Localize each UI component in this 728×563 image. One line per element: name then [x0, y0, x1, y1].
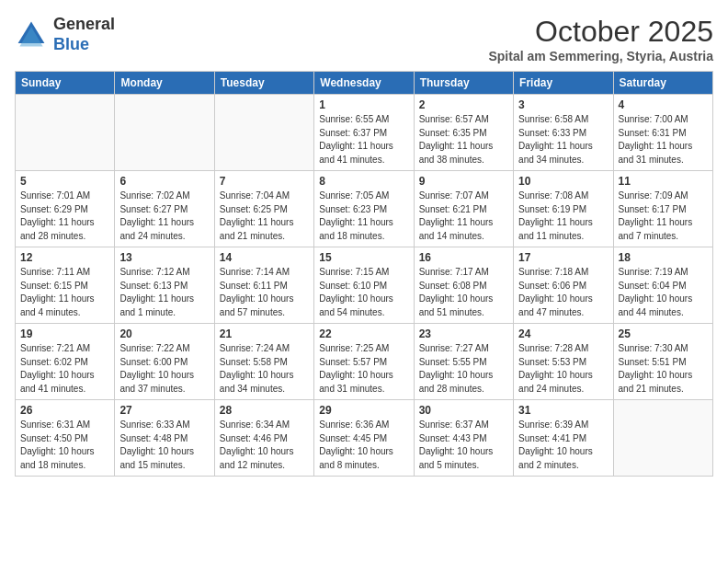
calendar-cell: 6Sunrise: 7:02 AMSunset: 6:27 PMDaylight… — [115, 171, 214, 247]
day-number: 8 — [319, 175, 408, 188]
calendar-cell: 14Sunrise: 7:14 AMSunset: 6:11 PMDayligh… — [214, 247, 313, 324]
day-info: Sunrise: 7:02 AMSunset: 6:27 PMDaylight:… — [119, 190, 209, 243]
day-info: Sunrise: 7:09 AMSunset: 6:17 PMDaylight:… — [619, 190, 708, 243]
day-number: 4 — [619, 98, 708, 111]
day-info: Sunrise: 7:24 AMSunset: 5:58 PMDaylight:… — [220, 342, 309, 396]
day-info: Sunrise: 7:11 AMSunset: 6:15 PMDaylight:… — [20, 266, 109, 319]
day-info: Sunrise: 7:00 AMSunset: 6:31 PMDaylight:… — [619, 113, 708, 167]
calendar-cell: 7Sunrise: 7:04 AMSunset: 6:25 PMDaylight… — [214, 171, 313, 247]
calendar-cell: 8Sunrise: 7:05 AMSunset: 6:23 PMDaylight… — [314, 171, 414, 247]
day-number: 22 — [319, 327, 408, 340]
day-number: 27 — [119, 404, 209, 417]
day-number: 12 — [20, 251, 109, 264]
calendar-cell — [16, 95, 115, 171]
calendar-cell: 23Sunrise: 7:27 AMSunset: 5:55 PMDayligh… — [414, 324, 513, 400]
days-of-week-row: SundayMondayTuesdayWednesdayThursdayFrid… — [16, 72, 713, 95]
calendar-week-row: 1Sunrise: 6:55 AMSunset: 6:37 PMDaylight… — [16, 95, 713, 171]
day-number: 19 — [20, 327, 109, 340]
day-info: Sunrise: 6:39 AMSunset: 4:41 PMDaylight:… — [518, 419, 608, 472]
calendar-cell — [613, 400, 712, 477]
day-number: 30 — [419, 404, 508, 417]
day-number: 2 — [419, 98, 508, 111]
calendar-cell: 16Sunrise: 7:17 AMSunset: 6:08 PMDayligh… — [414, 247, 513, 324]
calendar-cell: 2Sunrise: 6:57 AMSunset: 6:35 PMDaylight… — [414, 95, 513, 171]
day-number: 29 — [319, 404, 408, 417]
day-number: 15 — [319, 251, 408, 264]
calendar-cell: 12Sunrise: 7:11 AMSunset: 6:15 PMDayligh… — [16, 247, 115, 324]
calendar-table: SundayMondayTuesdayWednesdayThursdayFrid… — [15, 71, 713, 477]
day-info: Sunrise: 7:14 AMSunset: 6:11 PMDaylight:… — [220, 266, 309, 319]
dow-header: Sunday — [16, 72, 115, 95]
day-info: Sunrise: 6:33 AMSunset: 4:48 PMDaylight:… — [119, 419, 209, 472]
calendar-cell: 19Sunrise: 7:21 AMSunset: 6:02 PMDayligh… — [16, 324, 115, 400]
calendar-cell: 11Sunrise: 7:09 AMSunset: 6:17 PMDayligh… — [613, 171, 712, 247]
month-title: October 2025 — [488, 15, 713, 49]
day-info: Sunrise: 7:01 AMSunset: 6:29 PMDaylight:… — [20, 190, 109, 243]
day-number: 7 — [220, 175, 309, 188]
day-number: 17 — [518, 251, 608, 264]
day-number: 13 — [119, 251, 209, 264]
day-number: 31 — [518, 404, 608, 417]
day-info: Sunrise: 7:12 AMSunset: 6:13 PMDaylight:… — [119, 266, 209, 319]
calendar-cell: 20Sunrise: 7:22 AMSunset: 6:00 PMDayligh… — [115, 324, 214, 400]
day-info: Sunrise: 7:19 AMSunset: 6:04 PMDaylight:… — [619, 266, 708, 319]
logo-text: General Blue — [53, 15, 115, 54]
day-info: Sunrise: 6:55 AMSunset: 6:37 PMDaylight:… — [319, 113, 408, 167]
title-block: October 2025 Spital am Semmering, Styria… — [488, 15, 713, 63]
day-number: 24 — [518, 327, 608, 340]
calendar-cell: 27Sunrise: 6:33 AMSunset: 4:48 PMDayligh… — [115, 400, 214, 477]
day-info: Sunrise: 7:25 AMSunset: 5:57 PMDaylight:… — [319, 342, 408, 396]
day-info: Sunrise: 7:21 AMSunset: 6:02 PMDaylight:… — [20, 342, 109, 396]
day-info: Sunrise: 7:07 AMSunset: 6:21 PMDaylight:… — [419, 190, 508, 243]
day-number: 3 — [518, 98, 608, 111]
calendar-cell — [115, 95, 214, 171]
calendar-week-row: 19Sunrise: 7:21 AMSunset: 6:02 PMDayligh… — [16, 324, 713, 400]
page-header: General Blue October 2025 Spital am Semm… — [15, 15, 713, 63]
day-info: Sunrise: 7:04 AMSunset: 6:25 PMDaylight:… — [220, 190, 309, 243]
day-info: Sunrise: 7:08 AMSunset: 6:19 PMDaylight:… — [518, 190, 608, 243]
calendar-cell: 3Sunrise: 6:58 AMSunset: 6:33 PMDaylight… — [514, 95, 613, 171]
day-info: Sunrise: 6:37 AMSunset: 4:43 PMDaylight:… — [419, 419, 508, 472]
calendar-cell: 15Sunrise: 7:15 AMSunset: 6:10 PMDayligh… — [314, 247, 414, 324]
dow-header: Saturday — [613, 72, 712, 95]
day-number: 9 — [419, 175, 508, 188]
day-number: 21 — [220, 327, 309, 340]
day-number: 16 — [419, 251, 508, 264]
day-number: 10 — [518, 175, 608, 188]
calendar-cell: 22Sunrise: 7:25 AMSunset: 5:57 PMDayligh… — [314, 324, 414, 400]
calendar-cell — [214, 95, 313, 171]
calendar-body: 1Sunrise: 6:55 AMSunset: 6:37 PMDaylight… — [16, 95, 713, 477]
day-number: 18 — [619, 251, 708, 264]
calendar-cell: 9Sunrise: 7:07 AMSunset: 6:21 PMDaylight… — [414, 171, 513, 247]
calendar-week-row: 12Sunrise: 7:11 AMSunset: 6:15 PMDayligh… — [16, 247, 713, 324]
calendar-cell: 17Sunrise: 7:18 AMSunset: 6:06 PMDayligh… — [514, 247, 613, 324]
calendar-cell: 24Sunrise: 7:28 AMSunset: 5:53 PMDayligh… — [514, 324, 613, 400]
calendar-cell: 10Sunrise: 7:08 AMSunset: 6:19 PMDayligh… — [514, 171, 613, 247]
logo-blue: Blue — [53, 35, 89, 53]
calendar-cell: 4Sunrise: 7:00 AMSunset: 6:31 PMDaylight… — [613, 95, 712, 171]
day-info: Sunrise: 7:15 AMSunset: 6:10 PMDaylight:… — [319, 266, 408, 319]
calendar-week-row: 5Sunrise: 7:01 AMSunset: 6:29 PMDaylight… — [16, 171, 713, 247]
day-info: Sunrise: 7:22 AMSunset: 6:00 PMDaylight:… — [119, 342, 209, 396]
day-number: 6 — [119, 175, 209, 188]
day-info: Sunrise: 6:31 AMSunset: 4:50 PMDaylight:… — [20, 419, 109, 472]
day-number: 14 — [220, 251, 309, 264]
calendar-cell: 21Sunrise: 7:24 AMSunset: 5:58 PMDayligh… — [214, 324, 313, 400]
day-info: Sunrise: 7:18 AMSunset: 6:06 PMDaylight:… — [518, 266, 608, 319]
calendar-cell: 29Sunrise: 6:36 AMSunset: 4:45 PMDayligh… — [314, 400, 414, 477]
day-info: Sunrise: 6:36 AMSunset: 4:45 PMDaylight:… — [319, 419, 408, 472]
logo: General Blue — [15, 15, 115, 54]
calendar-cell: 1Sunrise: 6:55 AMSunset: 6:37 PMDaylight… — [314, 95, 414, 171]
dow-header: Wednesday — [314, 72, 414, 95]
day-info: Sunrise: 7:28 AMSunset: 5:53 PMDaylight:… — [518, 342, 608, 396]
day-info: Sunrise: 6:57 AMSunset: 6:35 PMDaylight:… — [419, 113, 508, 167]
day-number: 1 — [319, 98, 408, 111]
location: Spital am Semmering, Styria, Austria — [488, 49, 713, 63]
day-number: 20 — [119, 327, 209, 340]
day-info: Sunrise: 7:30 AMSunset: 5:51 PMDaylight:… — [619, 342, 708, 396]
dow-header: Tuesday — [214, 72, 313, 95]
calendar-cell: 28Sunrise: 6:34 AMSunset: 4:46 PMDayligh… — [214, 400, 313, 477]
day-number: 26 — [20, 404, 109, 417]
logo-icon — [15, 18, 48, 52]
day-number: 25 — [619, 327, 708, 340]
